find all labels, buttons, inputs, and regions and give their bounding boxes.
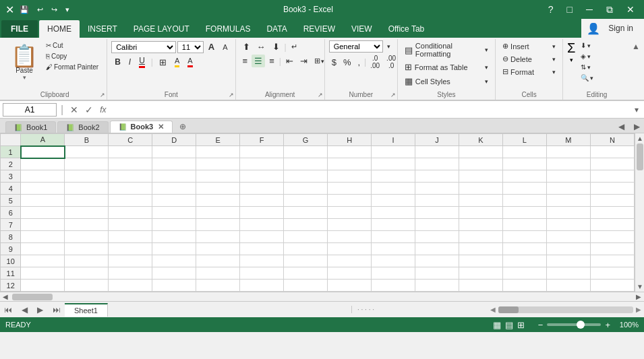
cell-E7[interactable] <box>196 219 240 231</box>
redo-qa-button[interactable]: ↪ <box>49 4 60 15</box>
cell-B12[interactable] <box>65 280 109 292</box>
cell-I7[interactable] <box>372 219 415 231</box>
row-header-11[interactable]: 11 <box>1 267 21 280</box>
cell-K9[interactable] <box>459 243 502 255</box>
cell-D6[interactable] <box>152 207 196 219</box>
restore-button[interactable]: ⧉ <box>602 3 617 17</box>
cell-I2[interactable] <box>372 158 415 170</box>
workbook-tab-book2[interactable]: 📗 Book2 <box>57 121 108 133</box>
increase-font-button[interactable]: A <box>205 40 218 53</box>
cell-I5[interactable] <box>372 195 415 207</box>
clipboard-expand-icon[interactable]: ↗ <box>100 92 105 98</box>
cell-M9[interactable] <box>546 243 590 255</box>
tab-data[interactable]: DATA <box>258 20 295 38</box>
book3-close-button[interactable]: ✕ <box>158 123 164 131</box>
cell-I6[interactable] <box>372 207 415 219</box>
tab-view[interactable]: VIEW <box>343 20 380 38</box>
cell-H8[interactable] <box>328 231 372 243</box>
cell-A4[interactable] <box>21 183 65 195</box>
cell-B4[interactable] <box>65 183 109 195</box>
cell-J6[interactable] <box>415 207 459 219</box>
col-header-K[interactable]: K <box>459 134 502 146</box>
cell-I12[interactable] <box>372 280 415 292</box>
cell-C3[interactable] <box>109 170 152 183</box>
row-header-12[interactable]: 12 <box>1 280 21 292</box>
cell-D3[interactable] <box>152 170 196 183</box>
cell-F11[interactable] <box>240 267 284 280</box>
font-expand-icon[interactable]: ↗ <box>229 92 234 98</box>
sheet-scroll-first[interactable]: ⏮ <box>0 304 16 316</box>
cell-K1[interactable] <box>459 146 502 158</box>
font-color-button[interactable]: A <box>184 55 196 69</box>
align-middle-button[interactable]: ↔ <box>254 40 268 53</box>
cell-K8[interactable] <box>459 231 502 243</box>
cell-K10[interactable] <box>459 255 502 267</box>
cell-B10[interactable] <box>65 255 109 267</box>
cell-G9[interactable] <box>284 243 328 255</box>
col-header-G[interactable]: G <box>284 134 328 146</box>
cell-F12[interactable] <box>240 280 284 292</box>
cell-D7[interactable] <box>152 219 196 231</box>
format-as-table-button[interactable]: ⊞ Format as Table ▾ <box>402 61 491 73</box>
cell-J5[interactable] <box>415 195 459 207</box>
sign-in-button[interactable]: Sign in <box>603 21 639 36</box>
cell-E1[interactable] <box>196 146 240 158</box>
align-bottom-button[interactable]: ⬇ <box>270 40 283 53</box>
undo-qa-button[interactable]: ↩ <box>34 4 46 15</box>
bold-button[interactable]: B <box>111 56 124 68</box>
cell-H10[interactable] <box>328 255 372 267</box>
cell-I11[interactable] <box>372 267 415 280</box>
font-size-select[interactable]: 11 <box>177 41 204 53</box>
minimize-button[interactable]: ─ <box>582 3 597 16</box>
cell-M7[interactable] <box>546 219 590 231</box>
cell-E2[interactable] <box>196 158 240 170</box>
cell-K7[interactable] <box>459 219 502 231</box>
close-button[interactable]: ✕ <box>622 3 639 16</box>
cell-D9[interactable] <box>152 243 196 255</box>
clear-button[interactable]: ◈ ▾ <box>578 51 596 61</box>
col-header-F[interactable]: F <box>240 134 284 146</box>
normal-view-button[interactable]: ▦ <box>493 320 501 330</box>
cell-J11[interactable] <box>415 267 459 280</box>
row-header-9[interactable]: 9 <box>1 243 21 255</box>
find-select-button[interactable]: 🔍 ▾ <box>578 73 596 83</box>
customize-qa-button[interactable]: ▾ <box>63 4 72 15</box>
cell-M1[interactable] <box>546 146 590 158</box>
cell-M6[interactable] <box>546 207 590 219</box>
number-format-dropdown[interactable]: ▾ <box>384 42 393 51</box>
cell-E8[interactable] <box>196 231 240 243</box>
cell-F3[interactable] <box>240 170 284 183</box>
row-header-2[interactable]: 2 <box>1 158 21 170</box>
cell-L2[interactable] <box>502 158 546 170</box>
font-name-select[interactable]: Calibri <box>111 41 176 53</box>
cell-C7[interactable] <box>109 219 152 231</box>
col-header-C[interactable]: C <box>109 134 152 146</box>
cell-G6[interactable] <box>284 207 328 219</box>
cell-G4[interactable] <box>284 183 328 195</box>
col-header-E[interactable]: E <box>196 134 240 146</box>
cell-B7[interactable] <box>65 219 109 231</box>
h-scroll-thumb-bottom[interactable] <box>498 306 519 313</box>
cell-N10[interactable] <box>590 255 634 267</box>
cell-F5[interactable] <box>240 195 284 207</box>
cell-A3[interactable] <box>21 170 65 183</box>
scroll-right-button[interactable]: ▶ <box>633 292 644 301</box>
tab-insert[interactable]: INSERT <box>80 20 125 38</box>
sort-filter-button[interactable]: ⇅ ▾ <box>578 62 596 72</box>
cell-M11[interactable] <box>546 267 590 280</box>
cell-H3[interactable] <box>328 170 372 183</box>
cell-E11[interactable] <box>196 267 240 280</box>
cell-K11[interactable] <box>459 267 502 280</box>
cut-button[interactable]: ✂ Cut <box>43 40 101 51</box>
cell-F10[interactable] <box>240 255 284 267</box>
cell-G8[interactable] <box>284 231 328 243</box>
cell-H9[interactable] <box>328 243 372 255</box>
cell-F4[interactable] <box>240 183 284 195</box>
decrease-decimal-button[interactable]: .00.0 <box>384 54 399 70</box>
cell-N6[interactable] <box>590 207 634 219</box>
col-header-M[interactable]: M <box>546 134 590 146</box>
cell-M10[interactable] <box>546 255 590 267</box>
border-button[interactable]: ⊞ <box>156 56 170 69</box>
copy-button[interactable]: ⎘ Copy <box>43 51 101 61</box>
horizontal-scrollbar[interactable]: ◀ ▶ <box>0 292 644 301</box>
